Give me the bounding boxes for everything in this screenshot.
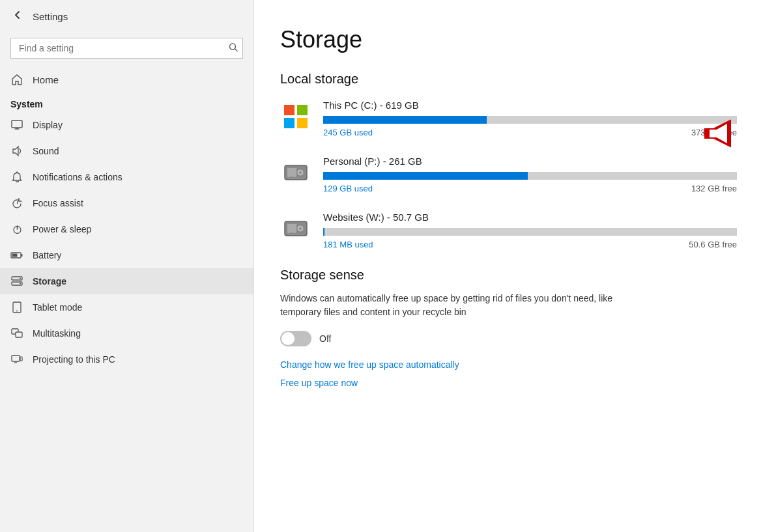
svg-rect-23 xyxy=(284,105,295,115)
sidebar-item-storage[interactable]: Storage xyxy=(0,268,253,294)
svg-rect-19 xyxy=(16,332,22,337)
drive-c-item[interactable]: This PC (C:) - 619 GB 245 GB used 373 GB… xyxy=(280,100,737,137)
multitasking-icon xyxy=(10,327,23,340)
svg-rect-11 xyxy=(12,254,18,257)
svg-rect-36 xyxy=(290,176,293,177)
svg-point-40 xyxy=(299,227,302,230)
drive-p-progress-bg xyxy=(323,172,737,180)
svg-point-15 xyxy=(20,283,21,285)
page-title: Storage xyxy=(280,26,737,53)
svg-point-34 xyxy=(299,171,302,174)
projecting-icon xyxy=(10,353,23,366)
drive-w-stats: 181 MB used 50.6 GB free xyxy=(323,240,737,249)
battery-label: Battery xyxy=(33,250,61,260)
home-label: Home xyxy=(33,74,59,85)
power-icon xyxy=(10,223,23,236)
storage-sense-description: Windows can automatically free up space … xyxy=(280,292,625,319)
drive-c-progress-bg xyxy=(323,116,737,124)
svg-rect-10 xyxy=(21,254,23,257)
multitasking-label: Multitasking xyxy=(33,328,81,339)
sidebar-item-power[interactable]: Power & sleep xyxy=(0,216,253,242)
drive-c-icon xyxy=(280,101,311,132)
drive-p-progress-fill xyxy=(323,172,528,180)
drive-w-progress-fill xyxy=(323,228,324,236)
sidebar: Settings Home System xyxy=(0,0,254,532)
sidebar-item-focus[interactable]: Focus assist xyxy=(0,190,253,216)
drive-w-used: 181 MB used xyxy=(323,240,373,249)
notifications-label: Notifications & actions xyxy=(33,172,122,182)
sidebar-header: Settings xyxy=(0,0,253,33)
svg-rect-24 xyxy=(297,105,308,115)
storage-sense-toggle-row: Off xyxy=(280,331,737,346)
sidebar-item-tablet[interactable]: Tablet mode xyxy=(0,294,253,320)
battery-icon xyxy=(10,249,23,262)
display-icon xyxy=(10,119,23,132)
drive-c-used: 245 GB used xyxy=(323,128,373,137)
drive-p-info: Personal (P:) - 261 GB 129 GB used 132 G… xyxy=(323,156,737,193)
home-icon xyxy=(10,73,23,86)
svg-rect-38 xyxy=(287,224,296,233)
drive-p-used: 129 GB used xyxy=(323,184,373,193)
drive-w-name: Websites (W:) - 50.7 GB xyxy=(323,212,737,223)
sidebar-item-projecting[interactable]: Projecting to this PC xyxy=(0,346,253,372)
svg-rect-32 xyxy=(287,168,296,177)
sidebar-item-sound[interactable]: Sound xyxy=(0,138,253,164)
drive-p-item[interactable]: Personal (P:) - 261 GB 129 GB used 132 G… xyxy=(280,156,737,193)
svg-rect-42 xyxy=(290,232,293,233)
storage-sense-heading: Storage sense xyxy=(280,268,737,283)
svg-marker-5 xyxy=(13,147,18,156)
search-wrapper xyxy=(10,38,243,59)
power-label: Power & sleep xyxy=(33,224,91,234)
drive-c-stats: 245 GB used 373 GB free xyxy=(323,128,737,137)
sidebar-item-notifications[interactable]: Notifications & actions xyxy=(0,164,253,190)
focus-icon xyxy=(10,197,23,210)
drive-p-free: 132 GB free xyxy=(691,184,737,193)
drive-c-name: This PC (C:) - 619 GB xyxy=(323,100,737,111)
notifications-icon xyxy=(10,171,23,184)
drive-w-info: Websites (W:) - 50.7 GB 181 MB used 50.6… xyxy=(323,212,737,249)
drive-p-name: Personal (P:) - 261 GB xyxy=(323,156,737,167)
free-space-link[interactable]: Free up space now xyxy=(280,378,737,388)
svg-line-1 xyxy=(235,49,238,51)
search-box-container xyxy=(0,33,253,66)
svg-rect-20 xyxy=(12,356,20,361)
search-input[interactable] xyxy=(10,38,243,59)
system-section-label: System xyxy=(0,92,253,112)
svg-rect-26 xyxy=(297,118,308,128)
drive-w-item[interactable]: Websites (W:) - 50.7 GB 181 MB used 50.6… xyxy=(280,212,737,249)
drive-p-stats: 129 GB used 132 GB free xyxy=(323,184,737,193)
sound-icon xyxy=(10,145,23,158)
tablet-label: Tablet mode xyxy=(33,302,82,313)
sound-label: Sound xyxy=(33,146,59,156)
search-icon-button[interactable] xyxy=(229,43,238,54)
drive-c-info: This PC (C:) - 619 GB 245 GB used 373 GB… xyxy=(323,100,737,137)
drive-c-progress-fill xyxy=(323,116,487,124)
svg-rect-2 xyxy=(12,120,22,128)
drive-w-icon xyxy=(280,213,311,244)
app-title: Settings xyxy=(33,11,68,22)
svg-rect-25 xyxy=(284,118,295,128)
back-button[interactable] xyxy=(10,8,25,25)
projecting-label: Projecting to this PC xyxy=(33,354,115,365)
storage-sense-toggle[interactable] xyxy=(280,331,311,346)
toggle-knob xyxy=(281,332,295,345)
sidebar-item-multitasking[interactable]: Multitasking xyxy=(0,320,253,346)
drive-p-icon xyxy=(280,157,311,188)
tablet-icon xyxy=(10,301,23,314)
change-space-link[interactable]: Change how we free up space automaticall… xyxy=(280,359,737,370)
sidebar-item-battery[interactable]: Battery xyxy=(0,242,253,268)
red-arrow-annotation xyxy=(685,107,737,162)
drive-w-free: 50.6 GB free xyxy=(689,240,737,249)
local-storage-heading: Local storage xyxy=(280,72,737,87)
home-nav-item[interactable]: Home xyxy=(0,66,253,92)
toggle-off-label: Off xyxy=(319,333,331,344)
sidebar-item-display[interactable]: Display xyxy=(0,112,253,138)
display-label: Display xyxy=(33,120,63,130)
svg-rect-30 xyxy=(710,130,727,137)
svg-point-14 xyxy=(20,278,21,279)
drive-w-progress-bg xyxy=(323,228,737,236)
focus-label: Focus assist xyxy=(33,198,83,208)
main-content: Storage Local storage This PC (C:) - 619… xyxy=(254,0,776,532)
storage-icon xyxy=(10,275,23,288)
storage-label: Storage xyxy=(33,276,66,287)
